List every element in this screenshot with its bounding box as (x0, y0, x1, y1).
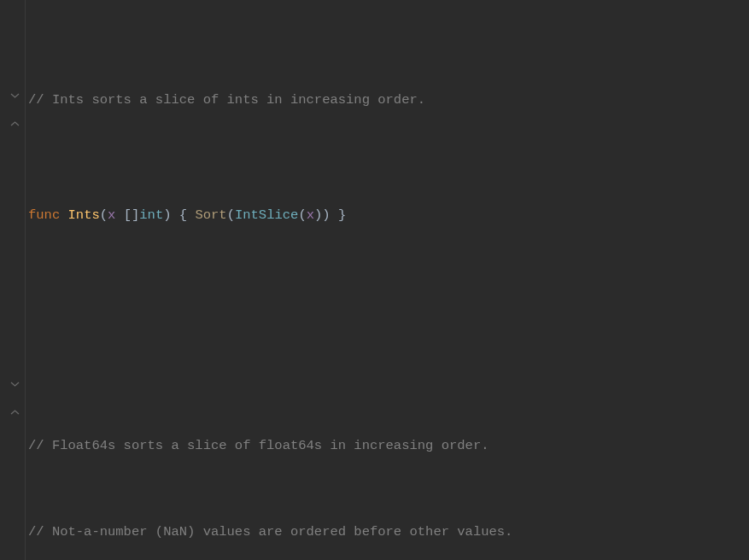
keyword-func: func (28, 201, 60, 230)
code-line-empty[interactable] (28, 317, 749, 346)
code-line[interactable]: // Float64s sorts a slice of float64s in… (28, 432, 749, 461)
brace: } (338, 201, 346, 230)
bracket: [] (115, 201, 139, 230)
paren: ) (314, 201, 322, 230)
var: x (307, 201, 314, 230)
code-line[interactable]: // Ints sorts a slice of ints in increas… (28, 86, 749, 115)
code-area[interactable]: // Ints sorts a slice of ints in increas… (26, 0, 749, 560)
paren: ( (227, 201, 235, 230)
comment: // Not-a-number (NaN) values are ordered… (28, 518, 512, 547)
type-call: IntSlice (235, 201, 298, 230)
func-call: Sort (195, 201, 226, 230)
paren: ( (100, 201, 108, 230)
comment: // Ints sorts a slice of ints in increas… (28, 86, 425, 115)
paren: ( (298, 201, 306, 230)
paren: ) (322, 201, 330, 230)
comment: // Float64s sorts a slice of float64s in… (28, 432, 489, 461)
fold-marker-open-icon[interactable] (10, 379, 20, 388)
fold-marker-open-icon[interactable] (10, 90, 20, 100)
fold-marker-close-icon[interactable] (10, 408, 20, 417)
gutter (0, 0, 26, 560)
code-line[interactable]: func Ints(x []int) { Sort(IntSlice(x)) } (28, 201, 749, 230)
func-name: Ints (68, 201, 100, 230)
param: x (108, 201, 115, 230)
code-line[interactable]: // Not-a-number (NaN) values are ordered… (28, 518, 749, 547)
code-editor[interactable]: // Ints sorts a slice of ints in increas… (0, 0, 749, 560)
paren: ) (163, 201, 171, 230)
type: int (139, 201, 163, 230)
fold-marker-close-icon[interactable] (10, 120, 20, 129)
brace: { (179, 201, 187, 230)
